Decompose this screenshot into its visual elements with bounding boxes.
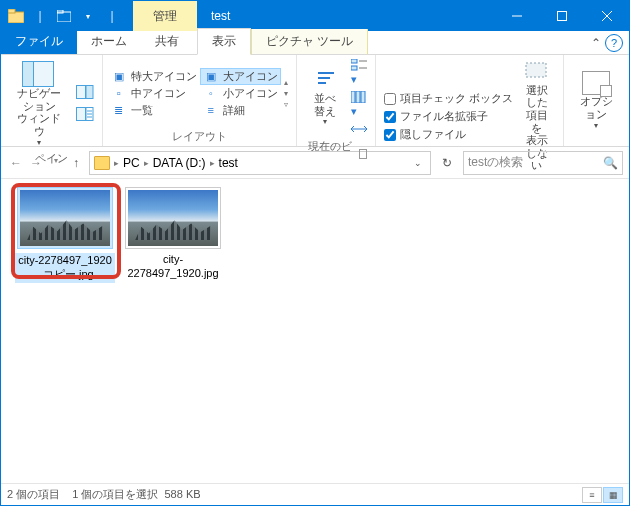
address-dropdown-icon[interactable]: ⌄ bbox=[410, 158, 426, 168]
tab-share[interactable]: 共有 bbox=[141, 29, 193, 54]
svg-rect-10 bbox=[76, 107, 85, 120]
sort-icon bbox=[314, 69, 336, 92]
layout-large[interactable]: ▣大アイコン bbox=[200, 68, 281, 85]
contextual-tab-label: 管理 bbox=[133, 1, 197, 31]
chevron-right-icon[interactable]: ▸ bbox=[114, 158, 119, 168]
chevron-right-icon[interactable]: ▸ bbox=[210, 158, 215, 168]
details-pane-icon[interactable] bbox=[76, 107, 94, 123]
list-icon: ≣ bbox=[111, 103, 127, 117]
search-placeholder: testの検索 bbox=[468, 154, 603, 171]
qat-separator: | bbox=[101, 5, 123, 27]
layout-medium[interactable]: ▫中アイコン bbox=[111, 86, 197, 101]
tab-picture-tools[interactable]: ピクチャ ツール bbox=[251, 29, 368, 55]
svg-rect-22 bbox=[351, 91, 355, 103]
breadcrumb-drive[interactable]: DATA (D:) bbox=[153, 156, 206, 170]
file-name: city-2278497_1920 - コピー.jpg bbox=[15, 253, 115, 283]
thumbnail bbox=[125, 187, 221, 249]
search-input[interactable]: testの検索 🔍 bbox=[463, 151, 623, 175]
help-icon[interactable]: ? bbox=[605, 34, 623, 52]
add-columns-icon[interactable]: ▾ bbox=[351, 91, 367, 118]
svg-rect-23 bbox=[356, 91, 360, 103]
options-icon bbox=[582, 71, 610, 95]
chevron-down-icon: ▾ bbox=[37, 138, 41, 147]
size-columns-icon[interactable] bbox=[351, 123, 367, 137]
qat-item[interactable] bbox=[53, 5, 75, 27]
details-icon: ≡ bbox=[203, 103, 219, 117]
group-by-icon[interactable]: ▾ bbox=[351, 59, 367, 86]
group-options: オプション ▾ bbox=[564, 55, 629, 146]
chevron-down-icon: ▾ bbox=[323, 117, 327, 126]
nav-pane-icon bbox=[22, 61, 56, 87]
scroll-up-icon[interactable]: ▴ bbox=[284, 78, 288, 87]
group-label-layout: レイアウト bbox=[111, 127, 288, 144]
list-item[interactable]: city-2278497_1920.jpg bbox=[123, 187, 223, 281]
up-button[interactable]: ↑ bbox=[67, 156, 85, 170]
sort-button[interactable]: 並べ替え ▾ bbox=[305, 67, 345, 128]
extra-large-icon: ▣ bbox=[111, 69, 127, 83]
history-dropdown-icon[interactable]: ▾ bbox=[47, 156, 65, 170]
maximize-button[interactable] bbox=[539, 1, 584, 31]
ribbon: ナビゲーション ウィンドウ ▾ ペイン ▣特大アイコン ▣大アイコン ▫中アイコ… bbox=[1, 55, 629, 147]
ribbon-tabs: ファイル ホーム 共有 表示 ピクチャ ツール ⌃ ? bbox=[1, 31, 629, 55]
svg-rect-0 bbox=[8, 12, 24, 23]
breadcrumb-folder[interactable]: test bbox=[219, 156, 238, 170]
back-button[interactable]: ← bbox=[7, 156, 25, 170]
layout-extra-large[interactable]: ▣特大アイコン bbox=[111, 69, 197, 84]
qat-dropdown-icon[interactable]: ▾ bbox=[77, 5, 99, 27]
svg-rect-20 bbox=[351, 66, 357, 70]
ribbon-collapse-icon[interactable]: ⌃ bbox=[591, 36, 601, 50]
group-layout: ▣特大アイコン ▣大アイコン ▫中アイコン ◦小アイコン ≣一覧 ≡詳細 ▴ ▾… bbox=[103, 55, 297, 146]
dialog-launcher-icon[interactable] bbox=[359, 149, 367, 159]
nav-pane-button[interactable]: ナビゲーション ウィンドウ ▾ bbox=[9, 59, 70, 149]
check-item-checkboxes[interactable]: 項目チェック ボックス bbox=[384, 91, 513, 106]
status-item-count: 2 個の項目 bbox=[7, 487, 60, 502]
svg-rect-18 bbox=[351, 59, 357, 63]
svg-rect-24 bbox=[361, 91, 365, 103]
view-icons-button[interactable]: ▦ bbox=[603, 487, 623, 503]
tab-file[interactable]: ファイル bbox=[1, 29, 77, 54]
svg-rect-26 bbox=[526, 63, 546, 77]
chevron-right-icon[interactable]: ▸ bbox=[144, 158, 149, 168]
group-show-hide: 項目チェック ボックス ファイル名拡張子 隠しファイル 選択した項目を 表示しな… bbox=[376, 55, 564, 146]
refresh-button[interactable]: ↻ bbox=[435, 151, 459, 175]
gallery-expand-icon[interactable]: ▿ bbox=[284, 100, 288, 109]
tab-home[interactable]: ホーム bbox=[77, 29, 141, 54]
large-icon: ▣ bbox=[203, 69, 219, 83]
layout-list[interactable]: ≣一覧 bbox=[111, 103, 197, 118]
view-details-button[interactable]: ≡ bbox=[582, 487, 602, 503]
breadcrumb-pc[interactable]: PC bbox=[123, 156, 140, 170]
svg-rect-9 bbox=[86, 85, 93, 98]
options-button[interactable]: オプション ▾ bbox=[572, 69, 621, 131]
layout-details[interactable]: ≡詳細 bbox=[203, 103, 278, 118]
thumbnail bbox=[17, 187, 113, 249]
file-list[interactable]: city-2278497_1920 - コピー.jpg city-2278497… bbox=[1, 179, 629, 483]
file-name: city-2278497_1920.jpg bbox=[127, 253, 218, 279]
hide-selected-icon bbox=[524, 61, 550, 84]
medium-icon: ▫ bbox=[111, 86, 127, 100]
folder-icon bbox=[94, 156, 110, 170]
check-hidden[interactable]: 隠しファイル bbox=[384, 127, 513, 142]
explorer-icon bbox=[5, 5, 27, 27]
preview-pane-icon[interactable] bbox=[76, 85, 94, 101]
navigation-bar: ← → ▾ ↑ ▸ PC ▸ DATA (D:) ▸ test ⌄ ↻ test… bbox=[1, 147, 629, 179]
list-item[interactable]: city-2278497_1920 - コピー.jpg bbox=[15, 187, 115, 283]
group-current-view: 並べ替え ▾ ▾ ▾ 現在のビュー bbox=[297, 55, 376, 146]
forward-button[interactable]: → bbox=[27, 156, 45, 170]
tab-view[interactable]: 表示 bbox=[197, 28, 251, 55]
close-button[interactable] bbox=[584, 1, 629, 31]
qat-separator: | bbox=[29, 5, 51, 27]
title-bar: | ▾ | 管理 test bbox=[1, 1, 629, 31]
address-bar[interactable]: ▸ PC ▸ DATA (D:) ▸ test ⌄ bbox=[89, 151, 431, 175]
chevron-down-icon: ▾ bbox=[594, 121, 598, 130]
svg-rect-1 bbox=[8, 9, 15, 13]
status-selection: 1 個の項目を選択 588 KB bbox=[72, 487, 200, 502]
small-icon: ◦ bbox=[203, 86, 219, 100]
search-icon: 🔍 bbox=[603, 156, 618, 170]
group-pane: ナビゲーション ウィンドウ ▾ ペイン bbox=[1, 55, 103, 146]
minimize-button[interactable] bbox=[494, 1, 539, 31]
layout-small[interactable]: ◦小アイコン bbox=[203, 86, 278, 101]
scroll-down-icon[interactable]: ▾ bbox=[284, 89, 288, 98]
window-title: test bbox=[197, 1, 494, 31]
svg-rect-8 bbox=[76, 85, 85, 98]
check-extensions[interactable]: ファイル名拡張子 bbox=[384, 109, 513, 124]
